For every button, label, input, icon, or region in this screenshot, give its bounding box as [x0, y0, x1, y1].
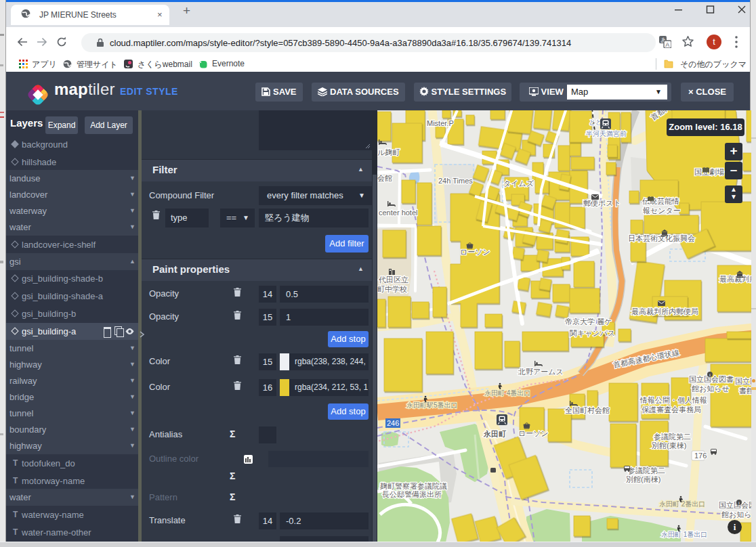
svg-text:半河天満宮前: 半河天満宮前 [585, 130, 627, 137]
svg-text:最高裁判所内郵便局: 最高裁判所内郵便局 [631, 307, 698, 315]
svg-text:246: 246 [387, 419, 399, 427]
svg-text:報センター: 報センター [643, 206, 681, 215]
svg-text:参議院第二: 参議院第二 [628, 466, 665, 475]
svg-text:国立国会図: 国立国会図 [719, 501, 751, 509]
svg-text:ローソン: ローソン [518, 429, 549, 437]
svg-text:麹町警察署参議院議: 麹町警察署参議院議 [380, 482, 447, 490]
svg-text:別館(東棟): 別館(東棟) [652, 441, 686, 450]
svg-text:長公邸警備派出所: 長公邸警備派出所 [382, 490, 442, 498]
svg-text:永田町: 永田町 [483, 430, 507, 438]
svg-text:A: A [665, 41, 669, 48]
svg-text:書館: 書館 [739, 387, 751, 395]
svg-text:永田町 1番出口: 永田町 1番出口 [661, 531, 707, 538]
svg-text:館お知らせ: 館お知らせ [692, 385, 730, 393]
svg-text:国立国: 国立国 [735, 377, 751, 385]
svg-text:会館: 会館 [377, 174, 392, 182]
svg-text:代田区立: 代田区立 [378, 276, 408, 284]
svg-text:館お知ら: 館お知ら [721, 510, 751, 519]
svg-text:関キャンパス: 関キャンパス [570, 329, 615, 337]
svg-text:タイムズ: タイムズ [503, 179, 534, 188]
svg-text:保護審査会事務局: 保護審査会事務局 [642, 406, 701, 414]
svg-text:永田町駅5番出口: 永田町駅5番出口 [406, 401, 458, 409]
svg-text:ル麹町: ル麹町 [377, 148, 400, 156]
svg-text:情報公開・個人情報: 情報公開・個人情報 [639, 396, 707, 404]
svg-text:24h Times: 24h Times [438, 177, 473, 185]
svg-text:176: 176 [694, 452, 707, 460]
svg-text:永田町 2番出口: 永田町 2番出口 [659, 500, 705, 508]
svg-text:参議院第二: 参議院第二 [654, 433, 691, 441]
svg-text:全国町村会館: 全国町村会館 [565, 406, 610, 414]
svg-text:最高裁判所: 最高裁判所 [719, 275, 751, 283]
svg-text:永田町 4番出口: 永田町 4番出口 [484, 389, 530, 397]
svg-text:center hotel: center hotel [379, 209, 417, 217]
svg-text:i: i [738, 500, 740, 506]
svg-text:ローソン: ローソン [460, 248, 490, 256]
svg-text:帝京大学 麗ケ: 帝京大学 麗ケ [565, 318, 612, 326]
svg-text:町中学校: 町中学校 [377, 285, 407, 293]
svg-text:北野アームス: 北野アームス [518, 368, 564, 376]
svg-text:i: i [709, 372, 711, 378]
svg-text:Mister.P: Mister.P [427, 119, 454, 127]
svg-text:別館(南棟): 別館(南棟) [626, 475, 660, 483]
svg-text:郵便ポスト: 郵便ポスト [583, 199, 621, 207]
